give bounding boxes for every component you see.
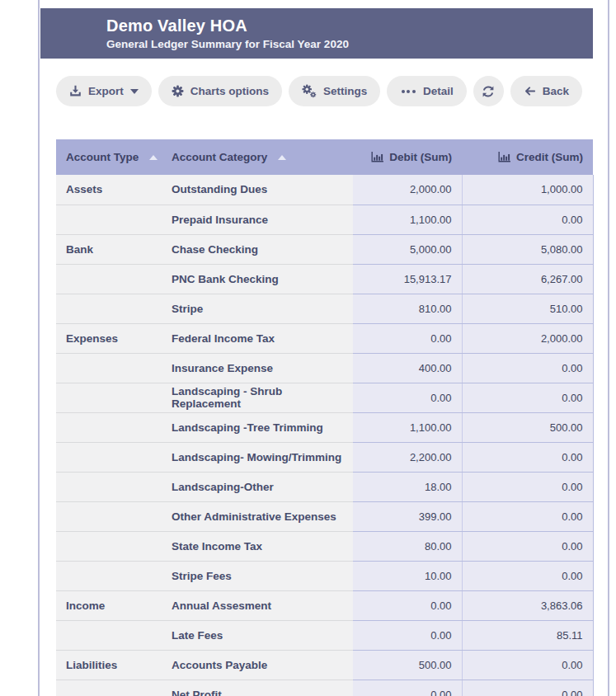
ledger-table-body: AssetsOutstanding Dues2,000.001,000.00Pr… [56, 175, 593, 696]
column-header-account-category[interactable]: Account Category [162, 139, 353, 175]
credit-cell: 0.00 [462, 205, 593, 234]
credit-cell: 0.00 [462, 531, 593, 561]
account-category-cell: Annual Assesment [162, 590, 353, 620]
back-button[interactable]: Back [510, 76, 582, 106]
account-type-cell [56, 294, 162, 323]
account-category-cell: State Income Tax [162, 531, 353, 561]
debit-cell: 80.00 [353, 531, 462, 561]
report-card: Demo Valley HOA General Ledger Summary f… [38, 0, 609, 696]
account-type-cell [56, 620, 162, 650]
account-category-cell: Late Fees [162, 620, 353, 650]
ellipsis-icon [400, 90, 416, 93]
account-type-cell [56, 501, 162, 531]
charts-options-button[interactable]: Charts options [158, 76, 282, 106]
credit-cell: 510.00 [462, 294, 593, 323]
credit-cell: 1,000.00 [462, 175, 593, 205]
credit-cell: 0.00 [462, 561, 593, 590]
account-type-cell [56, 264, 162, 294]
account-type-cell [56, 205, 162, 234]
debit-cell: 1,100.00 [353, 412, 462, 442]
column-header-credit[interactable]: Credit (Sum) [462, 139, 593, 175]
download-icon [69, 85, 82, 97]
debit-cell: 18.00 [353, 472, 462, 501]
table-row: Stripe Fees10.000.00 [56, 561, 593, 590]
ledger-table-container: Account Type Account Category [56, 139, 593, 696]
credit-cell: 0.00 [462, 501, 593, 531]
table-row: Net Profit0.000.00 [56, 680, 593, 696]
table-row: State Income Tax80.000.00 [56, 531, 593, 561]
account-type-cell [56, 472, 162, 501]
account-category-cell: Accounts Payable [162, 650, 353, 680]
ledger-table: Account Type Account Category [56, 139, 594, 696]
gears-icon [302, 84, 317, 98]
debit-cell: 1,100.00 [353, 205, 462, 234]
debit-cell: 5,000.00 [353, 234, 462, 264]
table-row: Landscaping -Tree Trimming1,100.00500.00 [56, 412, 593, 442]
credit-cell: 0.00 [462, 680, 593, 696]
debit-cell: 2,200.00 [353, 442, 462, 472]
report-header: Demo Valley HOA General Ledger Summary f… [40, 8, 593, 59]
table-row: LiabilitiesAccounts Payable500.000.00 [56, 650, 593, 680]
account-type-cell [56, 680, 162, 696]
debit-cell: 0.00 [353, 590, 462, 620]
account-type-cell [56, 442, 162, 472]
credit-cell: 0.00 [462, 383, 593, 412]
refresh-icon [482, 85, 495, 98]
account-type-cell: Income [56, 590, 162, 620]
table-row: Landscaping-Other18.000.00 [56, 472, 593, 501]
table-row: Other Administrative Expenses399.000.00 [56, 501, 593, 531]
credit-cell: 0.00 [462, 353, 593, 383]
charts-options-label: Charts options [190, 85, 269, 97]
column-label-account-type: Account Type [66, 151, 139, 163]
page-subtitle: General Ledger Summary for Fiscal Year 2… [106, 38, 593, 50]
account-type-cell: Assets [56, 175, 162, 205]
table-row: ExpensesFederal Income Tax0.002,000.00 [56, 323, 593, 353]
table-row: Landscaping- Mowing/Trimming2,200.000.00 [56, 442, 593, 472]
column-label-credit: Credit (Sum) [516, 151, 583, 163]
settings-button[interactable]: Settings [289, 76, 380, 106]
account-type-cell [56, 561, 162, 590]
back-label: Back [543, 85, 569, 97]
table-row: Prepaid Insurance1,100.000.00 [56, 205, 593, 234]
debit-cell: 399.00 [353, 501, 462, 531]
arrow-left-icon [524, 85, 536, 97]
credit-cell: 500.00 [462, 412, 593, 442]
account-category-cell: Outstanding Dues [162, 175, 353, 205]
debit-cell: 2,000.00 [353, 175, 462, 205]
debit-cell: 500.00 [353, 650, 462, 680]
account-type-cell [56, 383, 162, 412]
bar-chart-icon [371, 152, 383, 162]
refresh-button[interactable] [473, 76, 504, 106]
credit-cell: 2,000.00 [462, 323, 593, 353]
account-category-cell: PNC Bank Checking [162, 264, 353, 294]
settings-label: Settings [323, 85, 367, 97]
table-row: AssetsOutstanding Dues2,000.001,000.00 [56, 175, 593, 205]
gear-icon [172, 85, 184, 97]
chevron-down-icon [130, 89, 139, 94]
detail-button[interactable]: Detail [387, 76, 467, 106]
table-row: Insurance Expense400.000.00 [56, 353, 593, 383]
export-label: Export [88, 85, 124, 97]
credit-cell: 0.00 [462, 472, 593, 501]
export-button[interactable]: Export [56, 76, 152, 106]
account-category-cell: Landscaping- Mowing/Trimming [162, 442, 353, 472]
bar-chart-icon [498, 152, 510, 162]
credit-cell: 3,863.06 [462, 590, 593, 620]
debit-cell: 0.00 [353, 620, 462, 650]
credit-cell: 5,080.00 [462, 234, 593, 264]
credit-cell: 0.00 [462, 442, 593, 472]
sort-asc-icon [278, 155, 286, 160]
account-category-cell: Net Profit [162, 680, 353, 696]
account-category-cell: Federal Income Tax [162, 323, 353, 353]
column-header-account-type[interactable]: Account Type [56, 139, 162, 175]
column-header-debit[interactable]: Debit (Sum) [353, 139, 462, 175]
table-row: Landscaping - Shrub Replacement0.000.00 [56, 383, 593, 412]
account-category-cell: Prepaid Insurance [162, 205, 353, 234]
account-type-cell: Expenses [56, 323, 162, 353]
account-type-cell: Bank [56, 234, 162, 264]
table-header-row: Account Type Account Category [56, 139, 593, 175]
credit-cell: 0.00 [462, 650, 593, 680]
table-row: PNC Bank Checking15,913.176,267.00 [56, 264, 593, 294]
account-category-cell: Landscaping - Shrub Replacement [162, 383, 353, 412]
account-category-cell: Landscaping-Other [162, 472, 353, 501]
